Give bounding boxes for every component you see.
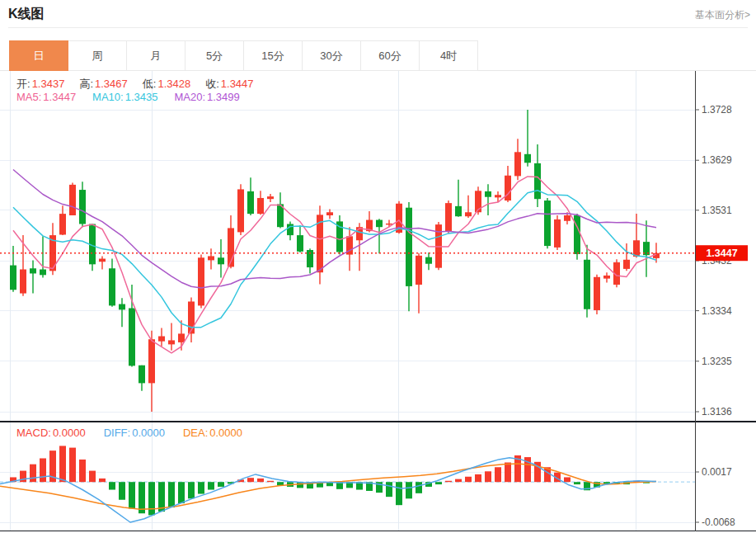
tab-period-0[interactable]: 日: [9, 40, 68, 71]
svg-text:1.3334: 1.3334: [702, 305, 732, 317]
legend-value: 1.3499: [207, 91, 240, 103]
tab-period-1[interactable]: 周: [68, 40, 127, 71]
ohlc-row-item: 收:1.3447: [205, 77, 253, 92]
legend-label: DIFF:: [104, 427, 131, 439]
header-divider: [8, 27, 748, 28]
diff-line: [0, 458, 656, 522]
dea-line: [0, 464, 656, 509]
legend-value: 1.3428: [157, 78, 190, 90]
grid-lines: [0, 71, 695, 531]
macd-row-item: DEA:0.0000: [183, 427, 242, 439]
tab-period-4[interactable]: 15分: [243, 40, 303, 71]
page-title: K线图: [8, 6, 45, 23]
tab-period-6[interactable]: 60分: [360, 40, 420, 71]
legend-value: 0.0000: [132, 427, 165, 439]
tab-period-5[interactable]: 30分: [302, 40, 361, 71]
legend-label: 高:: [79, 78, 93, 90]
legend-label: DEA:: [183, 427, 208, 439]
fundamental-analysis-link[interactable]: 基本面分析>: [695, 8, 750, 22]
ohlc-row-item: 低:1.3428: [143, 77, 190, 92]
tab-period-2[interactable]: 月: [126, 40, 185, 71]
tab-period-3[interactable]: 5分: [185, 40, 244, 71]
legend-value: 1.3467: [95, 78, 128, 90]
ma-legend: MA5:1.3447MA10:1.3435MA20:1.3499: [16, 91, 240, 103]
ma-row-item: MA5:1.3447: [16, 91, 76, 103]
ohlc-legend: 开:1.3437高:1.3467低:1.3428收:1.3447: [16, 77, 254, 92]
ohlc-row-item: 高:1.3467: [79, 77, 127, 92]
ohlc-row-item: 开:1.3437: [16, 77, 64, 92]
legend-label: 开:: [16, 78, 31, 90]
legend-label: 收:: [205, 78, 219, 90]
legend-value: 1.3437: [32, 78, 65, 90]
legend-label: MA20:: [174, 91, 205, 103]
legend-value: 1.3447: [221, 78, 254, 90]
svg-text:-0.0068: -0.0068: [702, 516, 735, 528]
svg-text:1.3531: 1.3531: [702, 205, 732, 216]
ma-row-item: MA10:1.3435: [92, 91, 157, 103]
current-price-tag: 1.3447: [696, 245, 748, 261]
svg-text:1.3235: 1.3235: [702, 356, 732, 367]
ma5-line: [13, 177, 656, 353]
legend-value: 1.3447: [43, 91, 76, 103]
legend-value: 1.3435: [125, 91, 158, 103]
macd-legend: MACD:0.0000DIFF:0.0000DEA:0.0000: [16, 427, 242, 439]
legend-label: MACD:: [16, 427, 51, 439]
svg-text:0.0017: 0.0017: [702, 466, 732, 478]
legend-value: 0.0000: [53, 427, 86, 439]
svg-text:1.3447: 1.3447: [706, 248, 737, 259]
legend-label: MA10:: [92, 91, 124, 103]
period-tab-bar: 日周月5分15分30分60分4时: [10, 40, 478, 71]
svg-text:1.3728: 1.3728: [702, 104, 732, 116]
legend-label: 低:: [143, 78, 157, 90]
tab-period-7[interactable]: 4时: [419, 40, 478, 71]
kline-widget: 1.37281.36291.35311.34321.33341.32351.31…: [0, 0, 756, 533]
svg-text:1.3629: 1.3629: [702, 154, 732, 166]
legend-label: MA5:: [16, 91, 41, 103]
macd-axis-labels: 0.0017-0.0068: [695, 466, 735, 528]
ma-row-item: MA20:1.3499: [174, 91, 239, 103]
macd-row-item: MACD:0.0000: [16, 427, 86, 439]
macd-row-item: DIFF:0.0000: [104, 427, 165, 439]
legend-value: 0.0000: [209, 427, 242, 439]
svg-text:1.3136: 1.3136: [702, 406, 732, 417]
